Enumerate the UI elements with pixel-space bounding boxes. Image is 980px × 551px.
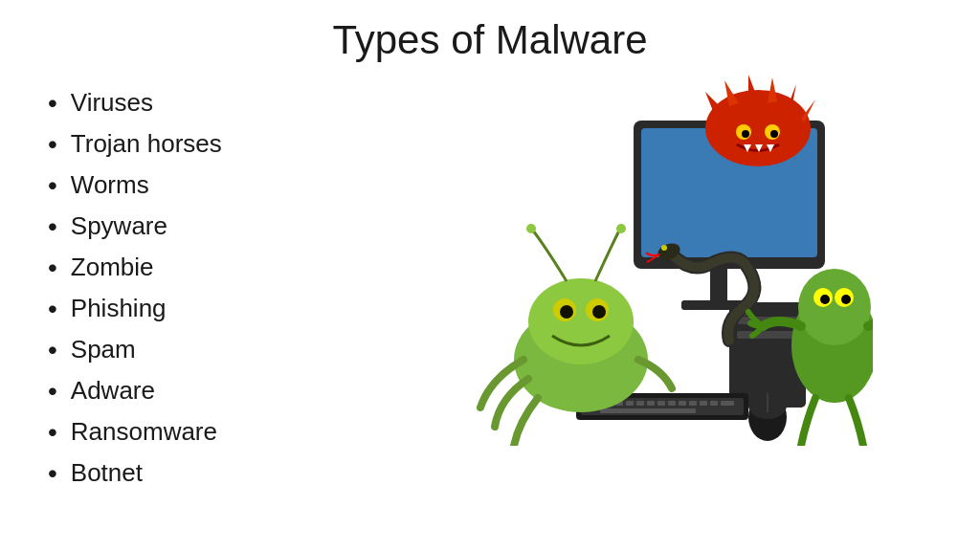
bullet-item-8: Ransomware xyxy=(38,411,402,452)
svg-rect-2 xyxy=(710,269,727,302)
svg-rect-22 xyxy=(710,401,718,406)
svg-rect-16 xyxy=(647,401,655,406)
svg-point-57 xyxy=(841,295,851,304)
svg-rect-23 xyxy=(721,401,734,406)
svg-point-29 xyxy=(528,278,634,364)
bullet-item-5: Phishing xyxy=(38,288,402,329)
svg-rect-19 xyxy=(679,401,686,406)
svg-point-37 xyxy=(661,245,667,251)
bullet-item-0: Viruses xyxy=(38,82,402,123)
svg-point-32 xyxy=(560,305,573,319)
bullet-item-7: Adware xyxy=(38,370,402,411)
bullet-item-9: Botnet xyxy=(38,452,402,494)
svg-point-47 xyxy=(742,130,749,138)
svg-rect-6 xyxy=(737,331,798,339)
svg-marker-42 xyxy=(768,77,777,103)
svg-point-53 xyxy=(798,269,871,345)
svg-marker-41 xyxy=(748,75,758,101)
bullet-item-1: Trojan horses xyxy=(38,123,402,165)
image-area xyxy=(402,63,942,446)
bullet-item-4: Zombie xyxy=(38,247,402,288)
svg-rect-20 xyxy=(689,401,697,406)
content-area: VirusesTrojan horsesWormsSpywareZombiePh… xyxy=(0,63,980,551)
bullet-list: VirusesTrojan horsesWormsSpywareZombiePh… xyxy=(38,82,402,494)
svg-point-34 xyxy=(526,224,536,233)
svg-point-48 xyxy=(770,130,778,138)
svg-point-35 xyxy=(616,224,626,233)
svg-rect-14 xyxy=(626,401,634,406)
svg-rect-15 xyxy=(636,401,644,406)
svg-rect-18 xyxy=(668,401,676,406)
bullet-item-6: Spam xyxy=(38,329,402,370)
svg-point-38 xyxy=(705,90,811,166)
slide: Types of Malware VirusesTrojan horsesWor… xyxy=(0,0,980,551)
bullet-item-3: Spyware xyxy=(38,206,402,247)
svg-rect-17 xyxy=(657,401,665,406)
svg-rect-24 xyxy=(600,408,696,413)
bullet-item-2: Worms xyxy=(38,165,402,206)
svg-rect-21 xyxy=(700,401,707,406)
malware-illustration xyxy=(471,63,873,446)
slide-title: Types of Malware xyxy=(332,17,647,63)
svg-point-33 xyxy=(592,305,606,319)
svg-point-56 xyxy=(820,295,830,304)
